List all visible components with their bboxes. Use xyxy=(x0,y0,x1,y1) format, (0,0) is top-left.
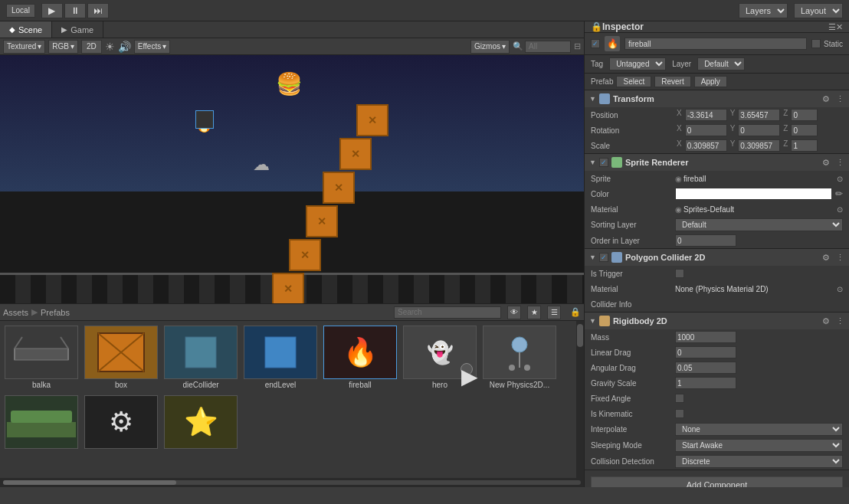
layers-select[interactable]: Layers xyxy=(739,3,788,18)
gizmos-button[interactable]: Gizmos ▾ xyxy=(470,40,510,54)
inspector-close-icon[interactable]: ✕ xyxy=(836,22,843,32)
revert-btn[interactable]: Revert xyxy=(654,76,690,87)
transform-header[interactable]: ▼ Transform ⚙ ⋮ xyxy=(585,90,849,107)
sun-icon[interactable]: ☀ xyxy=(105,41,115,53)
scene-search-input[interactable] xyxy=(525,41,571,53)
effects-button[interactable]: Effects ▾ xyxy=(134,40,170,54)
interpolate-select[interactable]: None xyxy=(675,423,843,436)
polygon-menu-icon[interactable]: ⋮ xyxy=(836,253,844,263)
collider-material-row: Material None (Physics Material 2D) ⊙ xyxy=(585,281,849,296)
scale-y-field[interactable] xyxy=(738,139,780,152)
asset-star-obj[interactable]: ⭐ xyxy=(162,394,239,452)
asset-search-input[interactable] xyxy=(394,306,501,319)
selected-object[interactable] xyxy=(195,110,214,129)
rigidbody-header[interactable]: ▼ Rigidbody 2D ⚙ ⋮ xyxy=(585,313,849,329)
asset-endlevel[interactable]: endLevel xyxy=(242,324,319,391)
game-tab[interactable]: ▶ Game xyxy=(52,21,103,38)
step-button[interactable]: ⏭ xyxy=(87,3,109,18)
material-row: Material ◉ Sprites-Default ⊙ xyxy=(585,201,849,217)
asset-hero[interactable]: 👻 ▶ hero xyxy=(402,324,478,391)
object-name-field[interactable] xyxy=(624,38,807,50)
order-layer-field[interactable] xyxy=(675,234,736,247)
fixed-angle-checkbox[interactable] xyxy=(675,394,684,403)
inspector-menu-icon[interactable]: ☰ xyxy=(828,22,836,32)
play-button[interactable]: ▶ xyxy=(41,3,63,18)
polygon-settings-icon[interactable]: ⚙ xyxy=(822,253,830,263)
mass-row: Mass xyxy=(585,329,849,345)
add-component-button[interactable]: Add Component xyxy=(591,476,843,487)
asset-grass[interactable] xyxy=(3,394,80,452)
layout-select[interactable]: Layout xyxy=(794,3,843,18)
crate xyxy=(339,138,372,170)
crate xyxy=(356,104,388,136)
transform-settings-icon[interactable]: ⚙ xyxy=(822,94,830,104)
pos-y-field[interactable] xyxy=(738,109,780,121)
star-panel-button[interactable]: ★ xyxy=(527,306,541,319)
rot-z-field[interactable] xyxy=(791,124,818,136)
linear-drag-field[interactable] xyxy=(675,346,736,358)
scene-tab[interactable]: ◆ Scene xyxy=(0,21,52,38)
scale-z-field[interactable] xyxy=(791,139,818,152)
color-pick-icon[interactable]: ✏ xyxy=(835,188,843,199)
sprite-menu-icon[interactable]: ⋮ xyxy=(836,158,844,168)
2d-button[interactable]: 2D xyxy=(81,40,102,54)
apply-btn[interactable]: Apply xyxy=(694,76,727,87)
menu-panel-button[interactable]: ☰ xyxy=(547,306,561,319)
static-checkbox[interactable] xyxy=(811,39,821,48)
polygon-collider-component: ▼ Polygon Collider 2D ⚙ ⋮ Is Trigger Mat… xyxy=(585,249,849,313)
svg-rect-8 xyxy=(185,337,216,368)
is-kinematic-checkbox[interactable] xyxy=(675,409,684,418)
textured-button[interactable]: Textured ▾ xyxy=(3,40,45,54)
collider-material-pick[interactable]: ⊙ xyxy=(837,285,843,293)
mass-field[interactable] xyxy=(675,331,736,343)
rot-y-field[interactable] xyxy=(738,124,780,136)
object-active-checkbox[interactable] xyxy=(591,39,600,48)
maximize-icon[interactable]: ⊟ xyxy=(574,41,581,51)
scale-fields: X Y Z xyxy=(675,139,843,152)
sorting-layer-row: Sorting Layer Default xyxy=(585,217,849,233)
asset-endlevel-thumb xyxy=(244,326,317,379)
sprite-renderer-active[interactable] xyxy=(599,158,608,167)
panel-lock-icon[interactable]: 🔒 xyxy=(570,307,581,317)
rgb-button[interactable]: RGB ▾ xyxy=(48,40,78,54)
collision-detection-select[interactable]: Discrete xyxy=(675,455,843,468)
horizontal-scrollbar xyxy=(0,478,584,487)
asset-fireball[interactable]: 🔥 fireball xyxy=(322,324,398,391)
asset-newphysics[interactable]: New Physics2D... xyxy=(481,324,558,391)
scale-x-field[interactable] xyxy=(685,139,727,152)
scrollbar-track[interactable] xyxy=(3,480,581,485)
sorting-layer-select[interactable]: Default xyxy=(675,218,843,231)
rigidbody-settings-icon[interactable]: ⚙ xyxy=(822,316,830,326)
transform-menu-icon[interactable]: ⋮ xyxy=(836,94,844,104)
sprite-settings-icon[interactable]: ⚙ xyxy=(822,158,830,168)
local-button[interactable]: Local xyxy=(6,4,35,18)
rigidbody-menu-icon[interactable]: ⋮ xyxy=(836,316,844,326)
material-pick-icon[interactable]: ⊙ xyxy=(837,205,843,214)
color-swatch[interactable] xyxy=(675,188,832,200)
scene-viewport: 🍔 ☁ 🔥 xyxy=(0,55,584,303)
eye-button[interactable]: 👁 xyxy=(507,306,521,319)
polygon-collider-active[interactable] xyxy=(599,253,608,262)
tag-select[interactable]: Untagged xyxy=(609,57,666,70)
gravity-scale-field[interactable] xyxy=(675,377,736,389)
pos-z-field[interactable] xyxy=(791,109,818,121)
asset-balka[interactable]: balka xyxy=(3,324,80,391)
vertical-scrollbar[interactable] xyxy=(576,321,584,478)
sprite-renderer-header[interactable]: ▼ Sprite Renderer ⚙ ⋮ xyxy=(585,154,849,171)
polygon-collider-header[interactable]: ▼ Polygon Collider 2D ⚙ ⋮ xyxy=(585,249,849,266)
layer-select[interactable]: Default xyxy=(697,57,745,70)
audio-icon[interactable]: 🔊 xyxy=(118,41,131,53)
pos-x-field[interactable] xyxy=(685,109,727,121)
sleeping-mode-select[interactable]: Start Awake xyxy=(675,439,843,452)
sprite-pick-icon[interactable]: ⊙ xyxy=(837,175,843,183)
asset-gear-obj[interactable]: ⚙ xyxy=(83,394,159,452)
asset-diecollider[interactable]: dieCollider xyxy=(162,324,239,391)
asset-box[interactable]: box xyxy=(83,324,159,391)
angular-drag-field[interactable] xyxy=(675,362,736,374)
is-trigger-checkbox[interactable] xyxy=(675,269,684,278)
select-btn[interactable]: Select xyxy=(616,76,651,87)
rot-x-field[interactable] xyxy=(685,124,727,136)
pause-button[interactable]: ⏸ xyxy=(64,3,86,18)
inspector-header: 🔒 Inspector ☰ ✕ xyxy=(585,21,849,33)
hero-icon: 👻 xyxy=(427,340,454,365)
